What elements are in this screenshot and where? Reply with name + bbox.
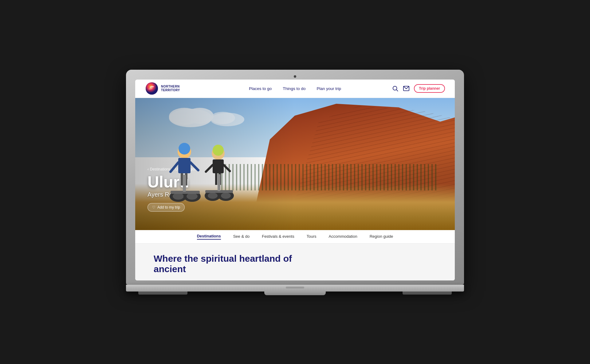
subnav-see-do[interactable]: See & do	[233, 234, 250, 239]
nav-places-to-go[interactable]: Places to go	[249, 86, 272, 91]
svg-rect-22	[183, 175, 186, 192]
nav-things-to-do[interactable]: Things to do	[283, 86, 305, 91]
subnav-region-guide[interactable]: Region guide	[370, 234, 393, 239]
svg-line-3	[396, 90, 398, 91]
svg-point-18	[173, 193, 184, 200]
svg-line-13	[171, 162, 178, 172]
logo[interactable]: NORTHERN TERRITORY	[145, 82, 180, 95]
svg-point-20	[187, 193, 198, 200]
svg-point-2	[393, 86, 397, 90]
svg-rect-25	[213, 159, 224, 173]
svg-line-27	[224, 165, 230, 171]
svg-rect-35	[218, 174, 220, 191]
nav-plan-your-trip[interactable]: Plan your trip	[317, 86, 341, 91]
svg-rect-12	[178, 158, 191, 173]
sub-navigation: Destinations See & do Festivals & events…	[135, 230, 455, 244]
section-heading: Where the spiritual heartland of ancient	[154, 253, 307, 274]
laptop-base	[126, 285, 464, 292]
search-icon[interactable]	[392, 85, 399, 92]
subnav-tours[interactable]: Tours	[307, 234, 317, 239]
svg-point-11	[179, 143, 190, 155]
svg-rect-28	[215, 173, 217, 185]
logo-text: NORTHERN TERRITORY	[161, 85, 180, 92]
svg-line-14	[191, 162, 198, 170]
svg-line-26	[206, 165, 213, 172]
laptop-foot-left	[138, 292, 187, 295]
content-section: Where the spiritual heartland of ancient	[135, 244, 455, 280]
nav-links: Places to go Things to do Plan your trip	[249, 86, 341, 91]
subnav-festivals-events[interactable]: Festivals & events	[262, 234, 294, 239]
laptop-foot-right	[403, 292, 452, 295]
svg-point-31	[208, 193, 218, 199]
nt-logo-icon	[145, 82, 159, 95]
svg-point-24	[213, 145, 224, 156]
subnav-destinations[interactable]: Destinations	[197, 234, 221, 240]
subnav-accommodation[interactable]: Accommodation	[328, 234, 357, 239]
svg-rect-15	[181, 173, 183, 186]
trip-planner-button[interactable]: Trip planner	[414, 84, 445, 93]
hero-people	[148, 132, 255, 230]
nav-actions: Trip planner	[392, 84, 445, 93]
navigation: NORTHERN TERRITORY Places to go Things t…	[135, 80, 455, 98]
email-icon[interactable]	[403, 85, 410, 92]
camera	[294, 75, 296, 78]
hero-section: ‹ Destinations in Uluru Region Uluru Aye…	[135, 98, 455, 230]
svg-point-33	[221, 193, 231, 199]
